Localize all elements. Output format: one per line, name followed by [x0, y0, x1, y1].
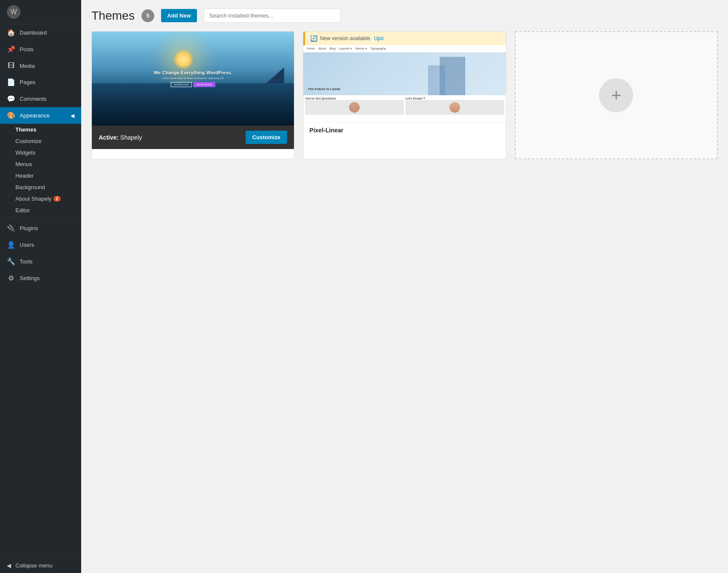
sidebar-item-label: Plugins	[20, 225, 38, 231]
sidebar-sub-themes[interactable]: Themes	[0, 124, 81, 135]
appearance-icon: 🎨	[7, 111, 15, 120]
sidebar-sub-customize[interactable]: Customize	[0, 135, 81, 147]
users-icon: 👤	[7, 241, 15, 249]
collapse-menu-button[interactable]: ◀ Collapse menu	[0, 558, 81, 573]
sidebar-item-dashboard[interactable]: 🏠 Dashboard	[0, 24, 81, 41]
pixel-linear-footer: Pixel-Linear	[303, 122, 505, 138]
add-theme-card[interactable]: +	[515, 31, 718, 159]
sidebar-sub-editor[interactable]: Editor	[0, 205, 81, 216]
pl-hero: The Future is Linear	[303, 53, 505, 95]
sidebar-item-posts[interactable]: 📌 Posts	[0, 41, 81, 58]
shapely-text-overlay: We Change Everything WordPress. Lorem ip…	[112, 70, 274, 87]
active-theme-preview: We Change Everything WordPress. Lorem ip…	[92, 32, 294, 126]
about-shapely-badge: 2	[53, 196, 61, 202]
pages-icon: 📄	[7, 78, 15, 86]
pl-building-1	[440, 57, 465, 95]
shapely-headline: We Change Everything WordPress.	[112, 70, 274, 75]
media-icon: 🎞	[7, 62, 15, 70]
sidebar-item-tools[interactable]: 🔧 Tools	[0, 253, 81, 270]
add-new-button[interactable]: Add New	[161, 9, 197, 22]
pixel-linear-card[interactable]: 🔄 New version available. Upd Home About …	[303, 31, 506, 159]
customize-button[interactable]: Customize	[246, 131, 288, 144]
tools-icon: 🔧	[7, 257, 15, 266]
settings-icon: ⚙	[7, 274, 15, 282]
search-input[interactable]	[204, 9, 341, 23]
sidebar: W 🏠 Dashboard 📌 Posts 🎞 Media 📄 Pages 💬 …	[0, 0, 81, 573]
sidebar-item-label: Pages	[20, 79, 35, 85]
active-theme-footer: Active: Shapely Customize	[92, 126, 294, 149]
sidebar-sub-background[interactable]: Background	[0, 181, 81, 193]
sun-decoration	[173, 49, 194, 70]
pl-hero-text: The Future is Linear	[308, 87, 340, 91]
wp-icon: W	[7, 5, 21, 19]
pl-section: You've Got Questions Let's Dream T	[303, 95, 505, 117]
pl-person-1	[349, 102, 360, 113]
comments-icon: 💬	[7, 95, 15, 103]
sidebar-item-pages[interactable]: 📄 Pages	[0, 74, 81, 91]
pl-person-2	[449, 102, 460, 113]
shapely-download-btn: DOWNLOAD	[171, 82, 192, 87]
active-theme-label: Active: Shapely	[99, 134, 142, 141]
sidebar-sub-about-shapely[interactable]: About Shapely 2	[0, 193, 81, 205]
page-title: Themes	[91, 9, 135, 23]
sidebar-item-label: Tools	[20, 258, 32, 265]
shapely-cta-buttons: DOWNLOAD READ MORE	[112, 82, 274, 87]
sidebar-item-label: Posts	[20, 46, 34, 53]
update-text: New version available.	[320, 35, 371, 41]
theme-count-badge: 5	[141, 9, 154, 22]
main-content: Themes 5 Add New We Change Everything Wo…	[81, 0, 728, 573]
sidebar-item-appearance[interactable]: 🎨 Appearance ◀	[0, 107, 81, 124]
themes-grid: We Change Everything WordPress. Lorem ip…	[91, 31, 718, 159]
shapely-subtext: Lorem ipsum dolor sit amet, consectetur …	[112, 77, 274, 79]
sidebar-item-label: Users	[20, 242, 34, 248]
pixel-linear-preview: Home About Blog Layouts ▾ Menus ▾ Typogr…	[303, 45, 505, 122]
sidebar-sub-widgets[interactable]: Widgets	[0, 147, 81, 158]
sidebar-sub-menus[interactable]: Menus	[0, 158, 81, 170]
pixel-linear-title: Pixel-Linear	[309, 127, 499, 134]
update-link[interactable]: Upd	[374, 35, 383, 41]
posts-icon: 📌	[7, 45, 15, 53]
pl-nav-bar: Home About Blog Layouts ▾ Menus ▾ Typogr…	[303, 45, 505, 53]
sidebar-item-users[interactable]: 👤 Users	[0, 237, 81, 253]
update-icon: 🔄	[310, 35, 317, 42]
sidebar-item-label: Comments	[20, 96, 47, 102]
pl-mini-img-1	[305, 100, 404, 115]
sidebar-item-label: Media	[20, 63, 35, 69]
sidebar-item-settings[interactable]: ⚙ Settings	[0, 270, 81, 286]
shapely-readmore-btn: READ MORE	[194, 82, 215, 87]
sidebar-item-label: Appearance	[20, 112, 50, 119]
sidebar-item-comments[interactable]: 💬 Comments	[0, 91, 81, 107]
page-header: Themes 5 Add New	[91, 9, 718, 23]
site-logo[interactable]: W	[0, 0, 81, 24]
pl-mini-img-2	[405, 100, 504, 115]
active-theme-card[interactable]: We Change Everything WordPress. Lorem ip…	[91, 31, 294, 159]
collapse-label: Collapse menu	[15, 562, 53, 569]
collapse-icon: ◀	[7, 562, 11, 569]
sidebar-item-plugins[interactable]: 🔌 Plugins	[0, 220, 81, 237]
sidebar-sub-header[interactable]: Header	[0, 170, 81, 181]
update-notice-bar: 🔄 New version available. Upd	[303, 32, 505, 45]
sidebar-item-label: Dashboard	[20, 29, 47, 36]
dashboard-icon: 🏠	[7, 29, 15, 37]
water-decoration	[92, 83, 294, 126]
plugins-icon: 🔌	[7, 224, 15, 232]
sidebar-item-media[interactable]: 🎞 Media	[0, 58, 81, 74]
add-theme-plus-icon: +	[599, 78, 633, 112]
pl-section-text-2: Let's Dream T	[405, 97, 504, 115]
sidebar-item-label: Settings	[20, 275, 40, 281]
pl-section-text-1: You've Got Questions	[305, 97, 404, 115]
